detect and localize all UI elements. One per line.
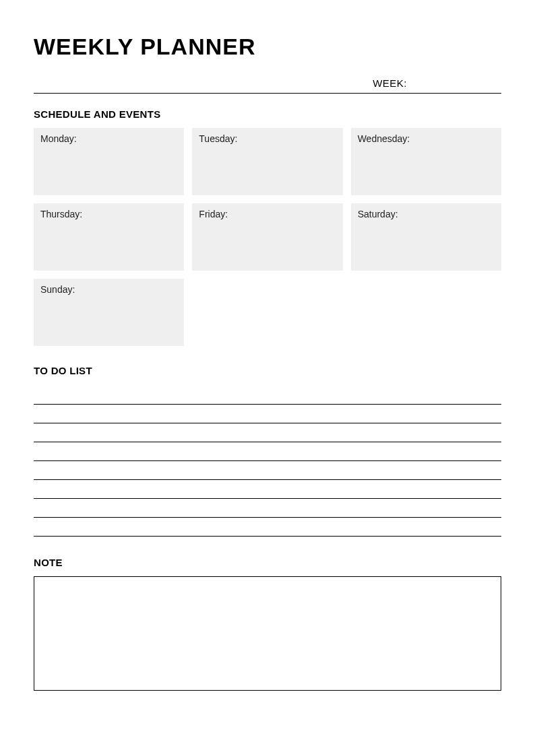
todo-line[interactable] bbox=[34, 461, 501, 480]
day-label: Thursday: bbox=[40, 209, 82, 219]
day-label: Saturday: bbox=[358, 209, 398, 219]
day-box-monday[interactable]: Monday: bbox=[34, 128, 184, 195]
schedule-heading: SCHEDULE AND EVENTS bbox=[34, 108, 501, 120]
todo-line[interactable] bbox=[34, 518, 501, 537]
todo-line[interactable] bbox=[34, 405, 501, 423]
day-box-thursday[interactable]: Thursday: bbox=[34, 203, 184, 271]
note-heading: NOTE bbox=[34, 557, 501, 568]
schedule-grid: Monday: Tuesday: Wednesday: Thursday: Fr… bbox=[34, 128, 501, 346]
day-label: Friday: bbox=[199, 209, 228, 219]
todo-line[interactable] bbox=[34, 442, 501, 461]
week-row: WEEK: bbox=[34, 77, 501, 94]
day-box-friday[interactable]: Friday: bbox=[192, 203, 342, 271]
page-title: WEEKLY PLANNER bbox=[34, 34, 501, 60]
day-box-saturday[interactable]: Saturday: bbox=[351, 203, 501, 271]
day-box-wednesday[interactable]: Wednesday: bbox=[351, 128, 501, 195]
todo-heading: TO DO LIST bbox=[34, 365, 501, 376]
day-label: Tuesday: bbox=[199, 133, 237, 144]
todo-line[interactable] bbox=[34, 386, 501, 405]
todo-lines bbox=[34, 386, 501, 537]
todo-line[interactable] bbox=[34, 480, 501, 499]
day-label: Sunday: bbox=[40, 284, 75, 295]
day-box-sunday[interactable]: Sunday: bbox=[34, 279, 184, 346]
todo-line[interactable] bbox=[34, 423, 501, 442]
todo-line[interactable] bbox=[34, 499, 501, 518]
day-box-tuesday[interactable]: Tuesday: bbox=[192, 128, 342, 195]
day-label: Monday: bbox=[40, 133, 77, 144]
week-label: WEEK: bbox=[373, 77, 407, 89]
day-label: Wednesday: bbox=[358, 133, 410, 144]
note-box[interactable] bbox=[34, 576, 501, 691]
